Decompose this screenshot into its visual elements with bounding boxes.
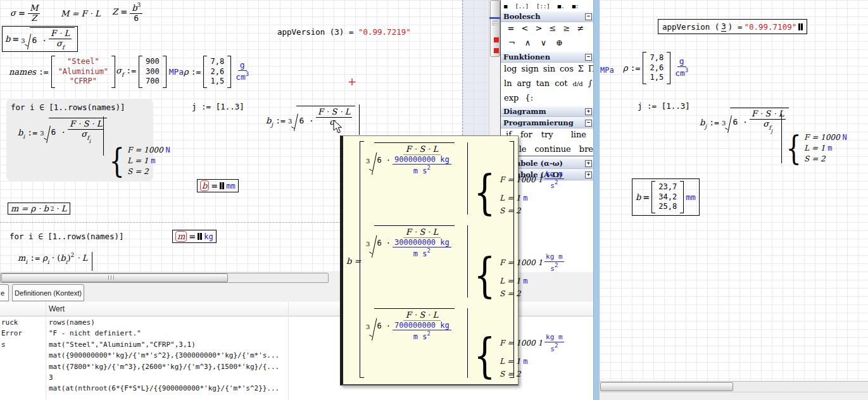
and-button[interactable]: ∧ <box>520 38 536 47</box>
column-header-wert: Wert <box>49 304 65 313</box>
formula-appversion-right[interactable]: appVersion (3) = "0.99.7109" <box>658 19 807 34</box>
right-window-status-strip <box>600 392 868 400</box>
tab-partial[interactable]: e <box>0 284 9 301</box>
formula-moment[interactable]: M = F · L <box>61 9 101 18</box>
scrollbar-thumb[interactable] <box>600 382 733 391</box>
collapse-icon[interactable]: − <box>585 54 592 61</box>
formula-range-j[interactable]: j := [1..3] <box>638 101 690 111</box>
greater-than-button[interactable]: > <box>532 23 546 33</box>
for-loop-b-block[interactable]: for i ∈ [1..rows(names)] bi := 36 ·F · S… <box>6 99 153 181</box>
palette-section-funktionen[interactable]: Funktionen − <box>501 51 594 63</box>
formula-mass[interactable]: m = ρ · b2 · L <box>8 203 70 215</box>
formula-m-i[interactable]: mi := ρi · (bi)2 · L <box>18 252 92 271</box>
error-marker-icon[interactable] <box>494 48 499 53</box>
crosshair-cursor: + <box>348 75 356 88</box>
formula-appversion-left[interactable]: appVersion (3) = "0.99.7219" <box>277 27 411 37</box>
cot-button[interactable]: cot <box>555 78 567 88</box>
integral-icon[interactable]: ∫ <box>588 78 593 88</box>
boolesch-row-1: = < > ≤ ≥ ≠ <box>501 22 594 37</box>
try-button[interactable]: try <box>541 130 553 139</box>
matrix-icons-row: ■ [..] [::] ■. ■: <box>501 0 594 11</box>
ln-button[interactable]: ln <box>504 78 512 88</box>
palette-section-diagramm[interactable]: Diagramm + <box>501 106 594 117</box>
substitutions-b-i: { F = 1000 N L = 1 m S = 2 <box>106 144 170 177</box>
log-button[interactable]: log <box>504 64 517 73</box>
table-row[interactable]: mat(at(nthroot(6*{F*S*L}/{{900000000*'kg… <box>0 384 593 395</box>
or-button[interactable]: ∨ <box>536 38 551 47</box>
tab-definitionen-kontext[interactable]: Definitionen (Kontext) <box>12 284 84 301</box>
root-expression: 36 ·F · S · L900000000 kgm s2 <box>366 142 455 175</box>
cases-icon[interactable]: {: <box>525 93 533 103</box>
sin-button[interactable]: sin <box>543 64 555 73</box>
root-expression: 36 ·F · S · L300000000 kgm s2 <box>366 225 455 258</box>
eval-bar <box>467 308 468 378</box>
expand-icon[interactable]: + <box>585 108 592 115</box>
xor-button[interactable]: ⊕ <box>551 38 567 47</box>
eval-bar <box>103 116 104 156</box>
unit-mpa[interactable]: MPa <box>600 66 614 75</box>
line-button[interactable]: line <box>571 130 586 139</box>
elements-icon[interactable]: ■: <box>572 3 579 9</box>
matrix-icon[interactable]: ■ <box>504 3 507 9</box>
smath-workspace: σ = MZ M = F · L Z = b36 b = 36 ·F · Lσf… <box>0 0 868 400</box>
funktionen-row-1: log sign sin cos Σ Π <box>501 63 594 77</box>
result-b-placeholder[interactable]: b = mm <box>197 179 239 192</box>
derivative-icon[interactable]: d/d <box>573 80 583 87</box>
formula-range-j[interactable]: j := [1..3] <box>192 102 244 111</box>
scrollbar-grip <box>108 275 115 280</box>
for-button[interactable]: for <box>520 130 532 139</box>
formula-b-i: bi := 36 ·F · S · Lσfi <box>18 118 107 144</box>
range-icon[interactable]: [..] <box>515 3 529 9</box>
less-equal-button[interactable]: ≤ <box>546 23 560 33</box>
horizontal-scrollbar-right[interactable] <box>600 381 868 392</box>
sign-button[interactable]: sign <box>521 64 539 73</box>
continue-button[interactable]: continue <box>535 144 571 154</box>
result-m-placeholder[interactable]: m = kg <box>172 230 217 243</box>
palette-section-programmierung[interactable]: Programmierung − <box>501 117 594 128</box>
not-button[interactable]: ¬ <box>504 38 520 47</box>
summation-icon[interactable]: Σ <box>578 64 584 73</box>
boolesch-row-2: ¬ ∧ ∨ ⊕ <box>501 37 594 51</box>
result-b-matrix[interactable]: b = 23,734,225,8 mm <box>632 178 700 216</box>
expand-icon[interactable]: + <box>585 160 592 167</box>
collapse-icon[interactable]: − <box>585 13 592 20</box>
arg-button[interactable]: arg <box>517 78 531 88</box>
cos-button[interactable]: cos <box>560 64 574 73</box>
for-loop-head: for i ∈ [1..rows(names)] <box>11 103 125 112</box>
scrollbar-thumb[interactable] <box>1 273 228 282</box>
scrollbar-grip <box>492 21 498 26</box>
not-equal-button[interactable]: ≠ <box>574 23 588 33</box>
eval-bar <box>781 114 782 163</box>
expand-icon[interactable]: + <box>585 172 592 178</box>
value-placeholder <box>198 233 202 240</box>
tan-button[interactable]: tan <box>536 78 550 88</box>
funktionen-row-2: ln arg tan cot d/d ∫ <box>501 77 594 92</box>
formula-z[interactable]: Z = b36 <box>112 2 142 23</box>
element-icon[interactable]: ■. <box>558 3 565 9</box>
worksheet-right[interactable]: appVersion (3) = "0.99.7109" MPa ρ := 7,… <box>600 0 868 381</box>
formula-b-j[interactable]: bj := 36 ·F · S · Lσfj <box>700 108 789 134</box>
tooltip-substitutions: { F = 1000 1kg ms2 L = 1 m S = 2 <box>470 252 564 299</box>
formula-sigma-f[interactable]: σf := 900300700 MPa <box>116 56 184 88</box>
formula-rho[interactable]: ρ := 7,82,61,5 gcm3 <box>184 56 251 88</box>
formula-sigma[interactable]: σ = MZ <box>10 4 40 23</box>
equals-button[interactable]: = <box>504 23 518 33</box>
palette-section-boolesch[interactable]: Boolesch − <box>501 11 594 22</box>
formula-names[interactable]: names := "Steel""Aluminium""CFRP" <box>9 56 115 88</box>
tooltip-result-block: 36 ·F · S · L300000000 kgm s2 { F = 1000… <box>366 225 510 306</box>
collapse-icon[interactable]: − <box>585 120 592 127</box>
tooltip-substitutions: { F = 1000 1kg ms2 L = 1 m S = 2 <box>470 169 564 216</box>
tooltip-substitutions: { F = 1000 1kg ms2 L = 1 m S = 2 <box>470 332 564 379</box>
less-than-button[interactable]: < <box>518 23 532 33</box>
exp-button[interactable]: exp <box>504 93 519 103</box>
formula-b-design[interactable]: b = 36 ·F · Lσf <box>2 26 78 52</box>
formula-b-j[interactable]: bj := 36 ·F · S · Lσfj <box>266 104 360 135</box>
matrix-bracket-left <box>360 141 364 378</box>
matrix-grid-icon[interactable]: [::] <box>536 3 550 9</box>
error-marker-icon[interactable] <box>494 37 499 42</box>
horizontal-scrollbar-left[interactable] <box>0 273 329 283</box>
funktionen-row-3: exp {: <box>501 92 594 106</box>
for-loop-m-head[interactable]: for i ∈ [1..rows(names)] <box>9 232 124 241</box>
greater-equal-button[interactable]: ≥ <box>560 23 574 33</box>
formula-rho[interactable]: ρ := 7,82,61,5 gcm3 <box>623 52 690 84</box>
